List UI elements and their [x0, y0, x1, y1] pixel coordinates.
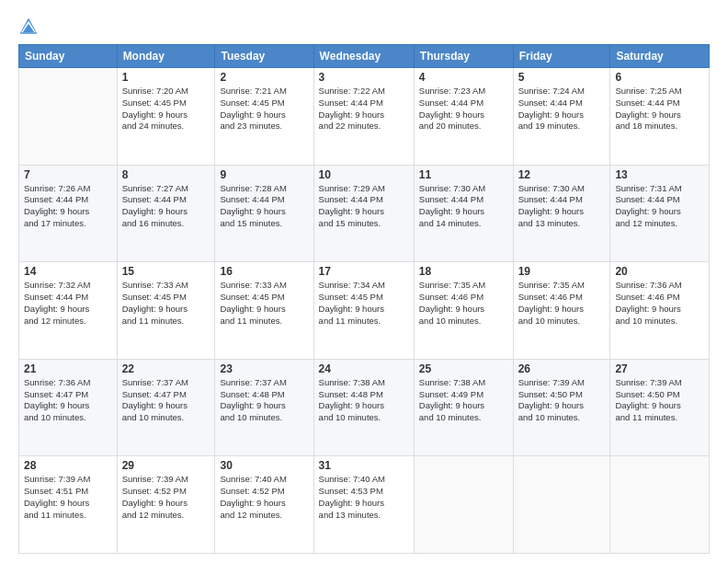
calendar-cell: 31Sunrise: 7:40 AM Sunset: 4:53 PM Dayli…	[313, 456, 414, 554]
calendar-cell	[513, 456, 610, 554]
calendar-cell: 28Sunrise: 7:39 AM Sunset: 4:51 PM Dayli…	[19, 456, 118, 554]
calendar-header-row: SundayMondayTuesdayWednesdayThursdayFrid…	[19, 45, 710, 68]
calendar-cell: 15Sunrise: 7:33 AM Sunset: 4:45 PM Dayli…	[117, 262, 215, 360]
day-number: 3	[319, 71, 409, 84]
day-info: Sunrise: 7:33 AM Sunset: 4:45 PM Dayligh…	[220, 280, 308, 327]
day-info: Sunrise: 7:31 AM Sunset: 4:44 PM Dayligh…	[615, 183, 704, 230]
day-info: Sunrise: 7:39 AM Sunset: 4:50 PM Dayligh…	[615, 377, 704, 424]
calendar-cell: 2Sunrise: 7:21 AM Sunset: 4:45 PM Daylig…	[215, 68, 313, 166]
day-number: 15	[122, 265, 210, 278]
day-number: 22	[122, 362, 210, 375]
day-info: Sunrise: 7:24 AM Sunset: 4:44 PM Dayligh…	[518, 86, 606, 132]
calendar-week-row: 14Sunrise: 7:32 AM Sunset: 4:44 PM Dayli…	[19, 262, 710, 360]
calendar-cell: 6Sunrise: 7:25 AM Sunset: 4:44 PM Daylig…	[610, 68, 710, 166]
calendar-cell: 9Sunrise: 7:28 AM Sunset: 4:44 PM Daylig…	[215, 165, 313, 262]
day-number: 13	[615, 168, 704, 181]
calendar-week-row: 21Sunrise: 7:36 AM Sunset: 4:47 PM Dayli…	[19, 359, 710, 456]
day-number: 18	[419, 265, 508, 278]
calendar-cell: 29Sunrise: 7:39 AM Sunset: 4:52 PM Dayli…	[117, 456, 215, 554]
day-info: Sunrise: 7:35 AM Sunset: 4:46 PM Dayligh…	[518, 280, 606, 327]
day-number: 4	[419, 71, 508, 84]
calendar-cell: 5Sunrise: 7:24 AM Sunset: 4:44 PM Daylig…	[513, 68, 610, 166]
day-info: Sunrise: 7:37 AM Sunset: 4:48 PM Dayligh…	[220, 377, 308, 424]
calendar-cell: 8Sunrise: 7:27 AM Sunset: 4:44 PM Daylig…	[117, 165, 215, 262]
calendar-cell: 7Sunrise: 7:26 AM Sunset: 4:44 PM Daylig…	[19, 165, 118, 262]
calendar-cell	[610, 456, 710, 554]
calendar-cell: 1Sunrise: 7:20 AM Sunset: 4:45 PM Daylig…	[117, 68, 215, 166]
calendar-cell	[414, 456, 513, 554]
day-number: 29	[122, 459, 210, 472]
day-info: Sunrise: 7:39 AM Sunset: 4:51 PM Dayligh…	[24, 474, 112, 521]
calendar-cell: 21Sunrise: 7:36 AM Sunset: 4:47 PM Dayli…	[19, 359, 118, 456]
calendar-cell: 30Sunrise: 7:40 AM Sunset: 4:52 PM Dayli…	[215, 456, 313, 554]
header	[18, 17, 710, 37]
day-number: 25	[419, 362, 508, 375]
day-of-week-header: Thursday	[414, 45, 513, 68]
calendar-cell: 17Sunrise: 7:34 AM Sunset: 4:45 PM Dayli…	[313, 262, 414, 360]
day-info: Sunrise: 7:20 AM Sunset: 4:45 PM Dayligh…	[122, 86, 210, 132]
calendar-cell	[19, 68, 118, 166]
calendar-cell: 25Sunrise: 7:38 AM Sunset: 4:49 PM Dayli…	[414, 359, 513, 456]
calendar-cell: 22Sunrise: 7:37 AM Sunset: 4:47 PM Dayli…	[117, 359, 215, 456]
day-of-week-header: Wednesday	[313, 45, 414, 68]
calendar-cell: 11Sunrise: 7:30 AM Sunset: 4:44 PM Dayli…	[414, 165, 513, 262]
day-of-week-header: Friday	[513, 45, 610, 68]
logo	[18, 17, 42, 37]
calendar-cell: 3Sunrise: 7:22 AM Sunset: 4:44 PM Daylig…	[313, 68, 414, 166]
day-number: 8	[122, 168, 210, 181]
calendar-cell: 10Sunrise: 7:29 AM Sunset: 4:44 PM Dayli…	[313, 165, 414, 262]
day-number: 19	[518, 265, 606, 278]
day-info: Sunrise: 7:36 AM Sunset: 4:47 PM Dayligh…	[24, 377, 112, 424]
calendar-cell: 26Sunrise: 7:39 AM Sunset: 4:50 PM Dayli…	[513, 359, 610, 456]
day-info: Sunrise: 7:27 AM Sunset: 4:44 PM Dayligh…	[122, 183, 210, 230]
day-number: 24	[319, 362, 409, 375]
day-info: Sunrise: 7:21 AM Sunset: 4:45 PM Dayligh…	[220, 86, 308, 132]
day-info: Sunrise: 7:25 AM Sunset: 4:44 PM Dayligh…	[615, 86, 704, 132]
calendar-cell: 14Sunrise: 7:32 AM Sunset: 4:44 PM Dayli…	[19, 262, 118, 360]
day-of-week-header: Tuesday	[215, 45, 313, 68]
day-number: 30	[220, 459, 308, 472]
day-info: Sunrise: 7:23 AM Sunset: 4:44 PM Dayligh…	[419, 86, 508, 132]
day-info: Sunrise: 7:36 AM Sunset: 4:46 PM Dayligh…	[615, 280, 704, 327]
day-info: Sunrise: 7:40 AM Sunset: 4:53 PM Dayligh…	[319, 474, 409, 521]
calendar-cell: 4Sunrise: 7:23 AM Sunset: 4:44 PM Daylig…	[414, 68, 513, 166]
day-info: Sunrise: 7:30 AM Sunset: 4:44 PM Dayligh…	[419, 183, 508, 230]
day-number: 20	[615, 265, 704, 278]
day-number: 31	[319, 459, 409, 472]
day-of-week-header: Sunday	[19, 45, 118, 68]
day-info: Sunrise: 7:33 AM Sunset: 4:45 PM Dayligh…	[122, 280, 210, 327]
day-number: 28	[24, 459, 112, 472]
day-info: Sunrise: 7:37 AM Sunset: 4:47 PM Dayligh…	[122, 377, 210, 424]
day-number: 23	[220, 362, 308, 375]
day-info: Sunrise: 7:34 AM Sunset: 4:45 PM Dayligh…	[319, 280, 409, 327]
day-number: 1	[122, 71, 210, 84]
day-number: 11	[419, 168, 508, 181]
logo-icon	[18, 17, 39, 37]
day-number: 5	[518, 71, 606, 84]
calendar-cell: 13Sunrise: 7:31 AM Sunset: 4:44 PM Dayli…	[610, 165, 710, 262]
day-number: 2	[220, 71, 308, 84]
calendar-cell: 18Sunrise: 7:35 AM Sunset: 4:46 PM Dayli…	[414, 262, 513, 360]
day-info: Sunrise: 7:35 AM Sunset: 4:46 PM Dayligh…	[419, 280, 508, 327]
day-info: Sunrise: 7:30 AM Sunset: 4:44 PM Dayligh…	[518, 183, 606, 230]
calendar-cell: 23Sunrise: 7:37 AM Sunset: 4:48 PM Dayli…	[215, 359, 313, 456]
day-number: 14	[24, 265, 112, 278]
day-number: 7	[24, 168, 112, 181]
day-info: Sunrise: 7:38 AM Sunset: 4:48 PM Dayligh…	[319, 377, 409, 424]
calendar-cell: 24Sunrise: 7:38 AM Sunset: 4:48 PM Dayli…	[313, 359, 414, 456]
calendar-cell: 16Sunrise: 7:33 AM Sunset: 4:45 PM Dayli…	[215, 262, 313, 360]
day-number: 26	[518, 362, 606, 375]
day-info: Sunrise: 7:40 AM Sunset: 4:52 PM Dayligh…	[220, 474, 308, 521]
day-number: 16	[220, 265, 308, 278]
day-info: Sunrise: 7:32 AM Sunset: 4:44 PM Dayligh…	[24, 280, 112, 327]
day-of-week-header: Monday	[117, 45, 215, 68]
day-info: Sunrise: 7:38 AM Sunset: 4:49 PM Dayligh…	[419, 377, 508, 424]
calendar-week-row: 28Sunrise: 7:39 AM Sunset: 4:51 PM Dayli…	[19, 456, 710, 554]
day-info: Sunrise: 7:26 AM Sunset: 4:44 PM Dayligh…	[24, 183, 112, 230]
day-info: Sunrise: 7:39 AM Sunset: 4:50 PM Dayligh…	[518, 377, 606, 424]
calendar-cell: 20Sunrise: 7:36 AM Sunset: 4:46 PM Dayli…	[610, 262, 710, 360]
calendar: SundayMondayTuesdayWednesdayThursdayFrid…	[18, 44, 710, 554]
day-number: 6	[615, 71, 704, 84]
calendar-cell: 12Sunrise: 7:30 AM Sunset: 4:44 PM Dayli…	[513, 165, 610, 262]
day-number: 27	[615, 362, 704, 375]
